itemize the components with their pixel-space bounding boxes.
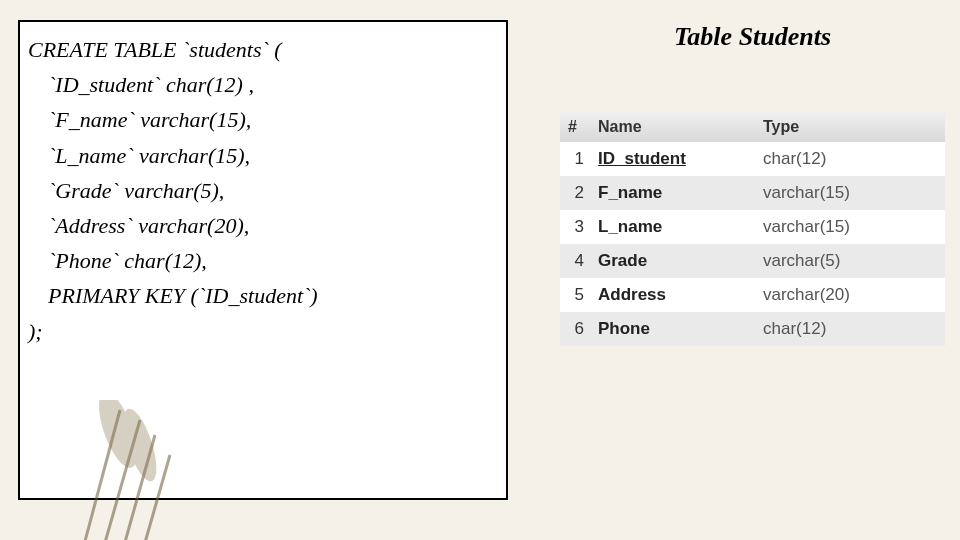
sql-line: PRIMARY KEY (`ID_student`) (28, 278, 498, 313)
sql-line: `Address` varchar(20), (28, 208, 498, 243)
sql-line: `Grade` varchar(5), (28, 173, 498, 208)
column-type: varchar(20) (755, 278, 945, 312)
sql-line: `Phone` char(12), (28, 243, 498, 278)
sql-line: ); (28, 314, 498, 349)
column-name: Phone (590, 312, 755, 346)
row-number: 5 (560, 278, 590, 312)
sql-line: `F_name` varchar(15), (28, 102, 498, 137)
table-row: 3 L_name varchar(15) (560, 210, 945, 244)
row-number: 3 (560, 210, 590, 244)
row-number: 2 (560, 176, 590, 210)
table-row: 4 Grade varchar(5) (560, 244, 945, 278)
column-type: varchar(5) (755, 244, 945, 278)
column-type: varchar(15) (755, 210, 945, 244)
table-row: 1 ID_student char(12) (560, 142, 945, 176)
table-row: 2 F_name varchar(15) (560, 176, 945, 210)
column-type: varchar(15) (755, 176, 945, 210)
sql-line: `ID_student` char(12) , (28, 67, 498, 102)
column-name: ID_student (590, 142, 755, 176)
table-row: 6 Phone char(12) (560, 312, 945, 346)
column-name: Grade (590, 244, 755, 278)
column-type: char(12) (755, 142, 945, 176)
row-number: 6 (560, 312, 590, 346)
header-type: Type (755, 112, 945, 142)
header-name: Name (590, 112, 755, 142)
sql-line: CREATE TABLE `students` ( (28, 32, 498, 67)
table-title: Table Students (560, 22, 945, 52)
sql-code-box: CREATE TABLE `students` ( `ID_student` c… (18, 20, 508, 500)
column-type: char(12) (755, 312, 945, 346)
sql-line: `L_name` varchar(15), (28, 138, 498, 173)
row-number: 4 (560, 244, 590, 278)
table-row: 5 Address varchar(20) (560, 278, 945, 312)
right-panel: Table Students # Name Type 1 ID_student … (560, 22, 945, 346)
column-name: L_name (590, 210, 755, 244)
row-number: 1 (560, 142, 590, 176)
header-hash: # (560, 112, 590, 142)
column-name: Address (590, 278, 755, 312)
table-header-row: # Name Type (560, 112, 945, 142)
column-name: F_name (590, 176, 755, 210)
schema-table: # Name Type 1 ID_student char(12) 2 F_na… (560, 112, 945, 346)
